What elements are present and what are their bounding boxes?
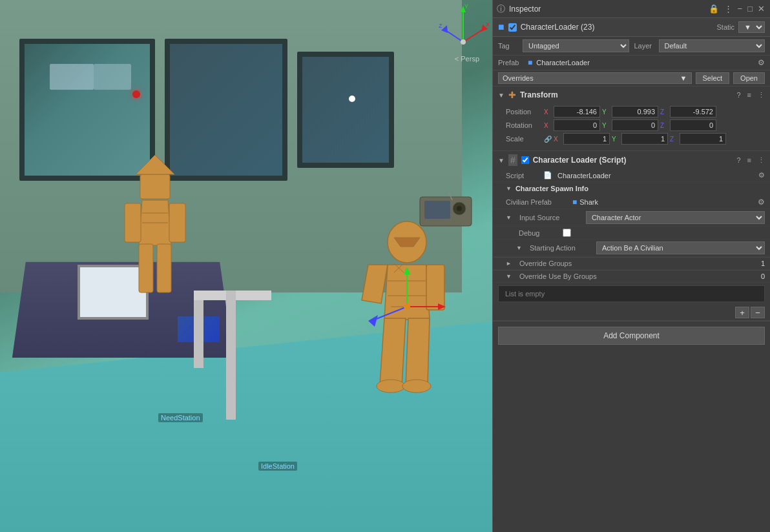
menu-icon[interactable]: ⋮ <box>723 3 734 14</box>
charloader-more-icon[interactable]: ⋮ <box>758 156 765 165</box>
list-add-button[interactable]: + <box>735 307 749 318</box>
civilian-prefab-settings-icon[interactable]: ⚙ <box>758 198 765 207</box>
script-file-icon: 📄 <box>543 171 552 179</box>
charloader-active-checkbox[interactable] <box>521 156 529 164</box>
scale-row: Scale 🔗 X Y Z <box>506 133 765 145</box>
charloader-settings-icon[interactable]: ≡ <box>747 156 751 164</box>
svg-text:Z: Z <box>439 23 442 29</box>
override-groups-row: ► Override Groups 1 <box>493 258 770 270</box>
pos-z-input[interactable] <box>670 106 716 118</box>
static-label: Static <box>716 23 734 31</box>
transform-more-icon[interactable]: ⋮ <box>758 91 765 99</box>
list-remove-button[interactable]: − <box>751 307 765 318</box>
position-row: Position X Y Z <box>506 106 765 118</box>
character-right <box>355 200 459 400</box>
scale-y-label: Y <box>612 136 619 143</box>
svg-text:Y: Y <box>464 3 468 10</box>
rot-y-input[interactable] <box>612 119 658 131</box>
prefab-buttons-row: Overrides ▼ Select Open <box>493 70 770 87</box>
prefab-open-button[interactable]: Open <box>733 72 765 84</box>
rot-z-label: Z <box>660 122 668 129</box>
charloader-help-icon[interactable]: ? <box>736 156 740 164</box>
label-idlestation: IdleStation <box>258 462 297 471</box>
maximize-icon[interactable]: □ <box>746 3 754 14</box>
scale-x-input[interactable] <box>563 133 610 145</box>
tag-dropdown[interactable]: Untagged <box>523 39 629 52</box>
civilian-prefab-label: Civilian Prefab <box>506 198 567 206</box>
add-component-button[interactable]: Add Component <box>498 327 765 345</box>
svg-rect-13 <box>426 265 444 310</box>
transform-body: Position X Y Z Rotation X <box>493 103 770 150</box>
inspector-header: ⓘ Inspector 🔒 ⋮ − □ ✕ <box>493 0 770 18</box>
scale-group: 🔗 X Y Z <box>544 133 765 145</box>
script-label: Script <box>506 172 538 179</box>
transform-settings-icon[interactable]: ≡ <box>747 91 751 99</box>
svg-point-16 <box>377 380 405 393</box>
script-settings-icon[interactable]: ⚙ <box>758 171 765 179</box>
svg-rect-6 <box>157 244 171 292</box>
override-use-groups-value: 0 <box>752 272 765 280</box>
prefab-settings-icon[interactable]: ⚙ <box>758 58 765 67</box>
debug-label: Debug <box>519 229 557 237</box>
svg-rect-3 <box>125 203 141 242</box>
gizmo-axes: Y X Z <box>437 3 489 55</box>
debug-checkbox[interactable] <box>563 229 571 237</box>
layer-label: Layer <box>634 42 654 50</box>
transform-title: Transform <box>520 90 733 99</box>
pos-z-label: Z <box>660 108 668 116</box>
svg-marker-42 <box>441 25 448 33</box>
svg-marker-15 <box>406 318 430 387</box>
spawn-info-title: Character Spawn Info <box>515 185 588 192</box>
scene-cubicle-1 <box>194 291 203 368</box>
civilian-prefab-row: Civilian Prefab ■ Shark ⚙ <box>493 195 770 209</box>
svg-point-17 <box>402 380 431 393</box>
pos-x-input[interactable] <box>554 106 600 118</box>
prefab-label: Prefab <box>498 59 524 66</box>
debug-row: Debug <box>493 227 770 240</box>
lock-icon[interactable]: 🔒 <box>707 3 720 14</box>
position-label: Position <box>506 108 541 116</box>
input-source-row: ▼ Input Source Character Actor <box>493 209 770 227</box>
rot-x-input[interactable] <box>554 119 600 131</box>
transform-header[interactable]: ▼ ✚ Transform ? ≡ ⋮ <box>493 87 770 103</box>
charloader-title: Character Loader (Script) <box>533 156 733 165</box>
prefab-overrides-dropdown[interactable]: Overrides ▼ <box>498 72 692 84</box>
prefab-row: Prefab ■ CharacterLoader ⚙ <box>493 56 770 70</box>
list-empty-indicator: List is empty <box>498 285 765 302</box>
svg-marker-12 <box>362 265 388 303</box>
scene-windows <box>19 39 394 181</box>
spawn-info-header[interactable]: ▼ Character Spawn Info <box>493 182 770 195</box>
scale-z-label: Z <box>670 136 678 143</box>
pos-y-input[interactable] <box>612 106 658 118</box>
prefab-name: CharacterLoader <box>536 59 754 66</box>
spawn-arrow-icon: ▼ <box>506 185 512 192</box>
override-groups-label: Override Groups <box>519 260 747 267</box>
rot-z-input[interactable] <box>670 119 716 131</box>
go-active-checkbox[interactable] <box>508 23 517 32</box>
scale-y-input[interactable] <box>621 133 668 145</box>
prefab-select-button[interactable]: Select <box>696 72 730 84</box>
scene-cubicle-3 <box>226 291 236 420</box>
close-icon[interactable]: ✕ <box>756 3 766 14</box>
transform-help-icon[interactable]: ? <box>736 91 740 99</box>
pos-x-label: X <box>544 108 552 116</box>
override-groups-arrow-icon: ► <box>506 260 512 267</box>
go-cube-icon: ■ <box>498 21 505 33</box>
info-icon: ⓘ <box>497 3 505 15</box>
starting-action-row: ▼ Starting Action Action Be A Civilian <box>493 240 770 257</box>
layer-dropdown[interactable]: Default <box>659 39 765 52</box>
svg-point-44 <box>461 39 466 45</box>
starting-action-dropdown[interactable]: Action Be A Civilian <box>596 241 765 254</box>
inspector-scroll[interactable]: ■ CharacterLoader (23) Static ▼ Tag Unta… <box>493 18 770 532</box>
static-dropdown[interactable]: ▼ <box>738 21 765 33</box>
inspector-title: Inspector <box>509 5 703 14</box>
scale-x-label: X <box>554 136 561 143</box>
rot-x-label: X <box>544 122 552 129</box>
starting-action-label: Starting Action <box>530 244 591 252</box>
scene-radio <box>417 190 475 229</box>
character-left <box>113 148 197 297</box>
input-source-dropdown[interactable]: Character Actor <box>586 211 765 224</box>
scale-z-input[interactable] <box>680 133 726 145</box>
minimize-icon[interactable]: − <box>736 3 744 14</box>
char-loader-header[interactable]: ▼ # Character Loader (Script) ? ≡ ⋮ <box>493 151 770 169</box>
